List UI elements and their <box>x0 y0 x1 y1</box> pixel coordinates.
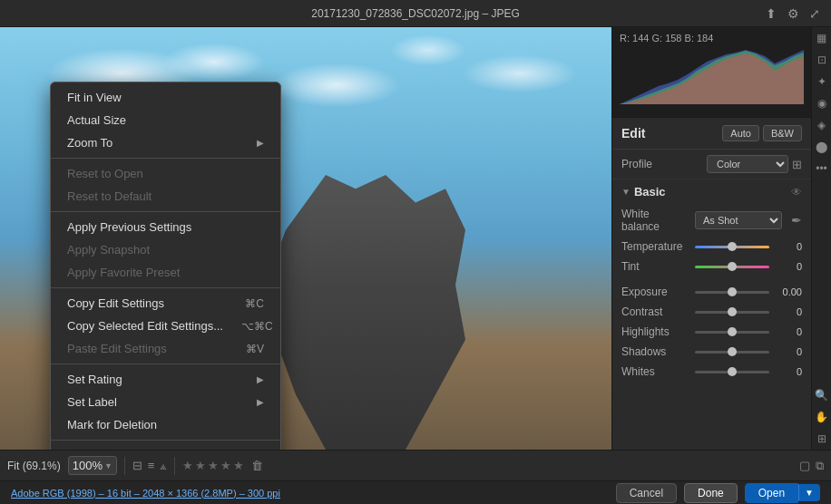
menu-item-label: Copy Selected Edit Settings... <box>67 319 223 333</box>
bw-button[interactable]: B&W <box>763 125 802 141</box>
image-area: Fit in ViewActual SizeZoom To▶Reset to O… <box>0 27 611 450</box>
menu-item-mark-deletion[interactable]: Mark for Deletion <box>51 413 280 436</box>
menu-item-paste-edit: Paste Edit Settings⌘V <box>51 337 280 360</box>
more-tool-icon[interactable]: ••• <box>815 161 829 176</box>
redeye-tool-icon[interactable]: ◉ <box>815 96 829 111</box>
contrast-slider[interactable] <box>695 305 769 318</box>
temperature-thumb[interactable] <box>728 242 737 251</box>
wb-eyedropper-icon[interactable]: ✒ <box>791 213 802 228</box>
grid-view-icon[interactable]: ⊞ <box>815 431 829 446</box>
window-title: 20171230_072836_DSC02072.jpg – JPEG <box>311 7 520 20</box>
touch-tool-icon[interactable]: ✋ <box>815 410 829 424</box>
star-4[interactable]: ★ <box>220 459 231 472</box>
titlebar-actions: ⬆ ⚙ ⤢ <box>764 6 822 21</box>
wb-select[interactable]: As Shot <box>695 211 782 229</box>
share-icon[interactable]: ⬆ <box>764 6 778 21</box>
shadows-thumb[interactable] <box>728 347 737 356</box>
done-button[interactable]: Done <box>684 483 738 503</box>
histogram-area: R: 144 G: 158 B: 184 <box>612 27 811 118</box>
profile-row: Profile Color ⊞ <box>612 150 811 179</box>
crop-tool-icon[interactable]: ⊡ <box>815 53 829 67</box>
shadows-track <box>695 351 769 354</box>
basic-section-header[interactable]: ▼ Basic 👁 <box>612 179 811 204</box>
menu-item-apply-previous[interactable]: Apply Previous Settings <box>51 216 280 238</box>
fit-zoom-label: Fit (69.1%) <box>7 460 61 472</box>
profile-select-wrap: Color ⊞ <box>707 155 802 173</box>
toolbar-sep-2 <box>174 457 175 475</box>
cancel-button[interactable]: Cancel <box>616 483 677 503</box>
heal-tool-icon[interactable]: ✦ <box>815 74 829 89</box>
file-info[interactable]: Adobe RGB (1998) – 16 bit – 2048 × 1366 … <box>11 488 280 499</box>
tint-slider[interactable] <box>695 260 769 273</box>
menu-separator <box>51 440 280 441</box>
menu-item-zoom-to[interactable]: Zoom To▶ <box>51 131 280 154</box>
menu-item-label: Apply Snapshot <box>67 243 150 257</box>
star-1[interactable]: ★ <box>182 459 193 472</box>
menu-item-fit-in-view[interactable]: Fit in View <box>51 86 280 109</box>
settings-icon[interactable]: ⚙ <box>786 6 800 21</box>
temperature-slider[interactable] <box>695 240 769 253</box>
star-3[interactable]: ★ <box>208 459 219 472</box>
histogram-tool-icon[interactable]: ▦ <box>815 31 829 45</box>
menu-item-actual-size[interactable]: Actual Size <box>51 109 280 131</box>
menu-item-label: Set Label <box>67 395 117 409</box>
menu-item-copy-selected[interactable]: Copy Selected Edit Settings...⌥⌘C <box>51 315 280 337</box>
contrast-thumb[interactable] <box>728 307 737 316</box>
menu-item-label: Fit in View <box>67 91 122 104</box>
profile-select[interactable]: Color <box>707 155 788 173</box>
menu-item-set-label[interactable]: Set Label▶ <box>51 391 280 413</box>
menu-shortcut: ⌥⌘C <box>241 320 273 333</box>
menu-item-label: Zoom To <box>67 136 112 150</box>
basic-section-title: Basic <box>634 185 791 199</box>
filter-icon[interactable]: ⟁ <box>160 459 167 472</box>
panel-tools: ▦ ⊡ ✦ ◉ ◈ ⬤ ••• 🔍 ✋ ⊞ <box>811 27 831 450</box>
highlights-slider[interactable] <box>695 325 769 338</box>
highlights-thumb[interactable] <box>728 327 737 336</box>
menu-item-reset-to-open: Reset to Open <box>51 162 280 185</box>
menu-item-copy-edit[interactable]: Copy Edit Settings⌘C <box>51 292 280 315</box>
auto-button[interactable]: Auto <box>722 125 759 141</box>
menu-item-label: Apply Favorite Preset <box>67 266 180 279</box>
titlebar: 20171230_072836_DSC02072.jpg – JPEG ⬆ ⚙ … <box>0 0 831 27</box>
highlights-value: 0 <box>775 326 802 337</box>
brush-tool-icon[interactable]: ⬤ <box>815 140 829 154</box>
basic-visibility-icon[interactable]: 👁 <box>791 186 802 199</box>
highlights-track <box>695 331 769 334</box>
contrast-track <box>695 311 769 314</box>
wb-row: White balance As Shot ✒ <box>612 204 811 237</box>
compare-view-icon[interactable]: ⧉ <box>816 459 824 473</box>
status-actions: Cancel Done Open ▼ <box>616 483 820 503</box>
star-5[interactable]: ★ <box>233 459 244 472</box>
grid-icon[interactable]: ⊟ <box>132 459 142 472</box>
list-icon[interactable]: ≡ <box>148 459 155 472</box>
shadows-slider[interactable] <box>695 345 769 358</box>
exposure-slider[interactable] <box>695 286 769 298</box>
fullscreen-icon[interactable]: ⤢ <box>807 6 822 21</box>
open-button[interactable]: Open <box>745 483 798 503</box>
view-mode-icons: ▢ ⧉ <box>799 459 824 473</box>
histogram-info: R: 144 G: 158 B: 184 <box>620 33 804 44</box>
profile-grid-icon[interactable]: ⊞ <box>792 158 802 171</box>
temperature-label: Temperature <box>621 240 689 253</box>
menu-item-apply-snapshot: Apply Snapshot <box>51 238 280 261</box>
delete-icon[interactable]: 🗑 <box>251 459 263 472</box>
menu-item-save-image[interactable]: Save Image▶ <box>51 444 280 450</box>
toolbar-sep-1 <box>124 457 125 475</box>
whites-label: Whites <box>621 365 689 378</box>
single-view-icon[interactable]: ▢ <box>799 459 810 472</box>
menu-item-label: Reset to Open <box>67 167 143 180</box>
tint-value: 0 <box>775 261 802 272</box>
tint-thumb[interactable] <box>728 262 737 271</box>
menu-item-set-rating[interactable]: Set Rating▶ <box>51 368 280 391</box>
exposure-thumb[interactable] <box>728 287 737 296</box>
open-dropdown-arrow[interactable]: ▼ <box>798 484 820 501</box>
filter-tool-icon[interactable]: ◈ <box>815 118 829 132</box>
whites-slider[interactable] <box>695 365 769 378</box>
zoom-percent: 100% <box>73 459 103 472</box>
whites-row: Whites 0 <box>612 362 811 382</box>
star-2[interactable]: ★ <box>195 459 206 472</box>
zoom-tool-icon[interactable]: 🔍 <box>815 388 829 402</box>
main-area: Fit in ViewActual SizeZoom To▶Reset to O… <box>0 27 831 450</box>
zoom-dropdown[interactable]: 100% ▼ <box>68 456 117 475</box>
whites-thumb[interactable] <box>728 367 737 376</box>
